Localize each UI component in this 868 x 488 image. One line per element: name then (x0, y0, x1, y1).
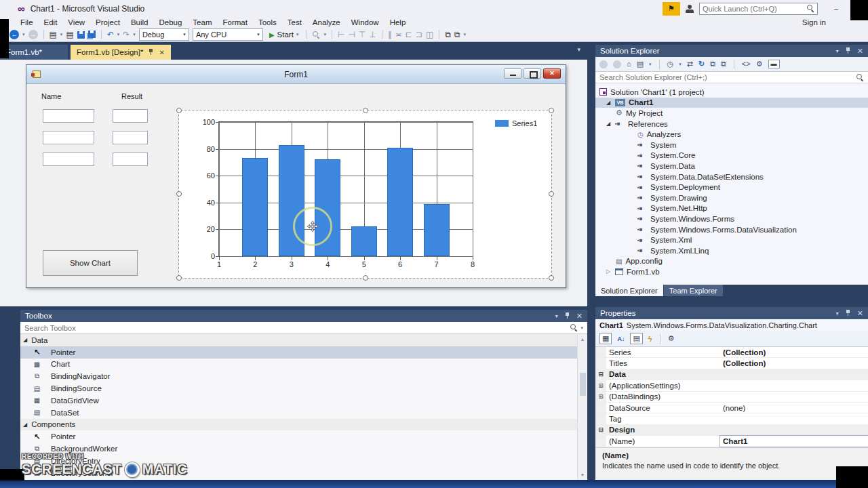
minimize-button[interactable] (827, 3, 845, 15)
horizontal-spacing-icon[interactable] (406, 30, 412, 39)
pin-icon[interactable] (148, 49, 154, 56)
name-textbox-2[interactable] (43, 131, 94, 144)
toolbox-header[interactable]: Toolbox ✕ (20, 310, 587, 322)
toolbox-search-input[interactable] (24, 324, 570, 332)
scroll-up-icon[interactable]: ▲ (580, 334, 585, 344)
redo-dropdown[interactable] (133, 32, 136, 37)
pin-icon[interactable] (845, 47, 851, 54)
refresh-icon[interactable] (698, 60, 705, 68)
solution-configuration-combo[interactable]: Debug (139, 28, 189, 41)
feedback-button[interactable] (663, 2, 680, 16)
selection-handle[interactable] (363, 108, 368, 113)
toolbox-item-dataset[interactable]: DataSet (20, 407, 577, 419)
tree-item-solution[interactable]: Solution 'Chart1' (1 project) (595, 87, 868, 98)
menu-build[interactable]: Build (125, 18, 154, 26)
chevron-down-icon[interactable] (580, 325, 583, 331)
pin-icon[interactable] (845, 310, 851, 317)
selection-handle[interactable] (549, 191, 554, 197)
align-tops-icon[interactable] (359, 30, 366, 39)
menu-help[interactable]: Help (384, 18, 412, 26)
result-textbox-2[interactable] (113, 131, 148, 144)
menu-project[interactable]: Project (90, 18, 125, 26)
menu-test[interactable]: Test (282, 18, 307, 26)
expand-box-icon[interactable] (595, 380, 606, 390)
find-icon[interactable] (313, 31, 320, 39)
scrollbar-thumb[interactable] (580, 373, 586, 396)
window-position-icon[interactable] (836, 48, 839, 54)
make-same-width-icon[interactable] (388, 30, 392, 39)
switch-views-icon[interactable] (637, 60, 644, 68)
align-rights-icon[interactable] (348, 30, 355, 39)
properties-view-icon[interactable] (630, 333, 642, 344)
name-textbox-1[interactable] (43, 109, 94, 123)
tree-item-system-core[interactable]: System.Core (595, 150, 868, 161)
sign-in-link[interactable]: Sign in (802, 18, 826, 26)
menu-tools[interactable]: Tools (253, 18, 282, 26)
menu-debug[interactable]: Debug (153, 18, 187, 26)
tree-item-system[interactable]: System (595, 140, 868, 150)
navigate-forward-button[interactable] (28, 30, 38, 39)
toolbox-item-bindingsource[interactable]: BindingSource (20, 382, 577, 394)
make-same-height-icon[interactable] (395, 30, 402, 39)
result-textbox-3[interactable] (113, 152, 148, 166)
collapse-box-icon[interactable] (595, 425, 606, 435)
window-position-icon[interactable] (836, 310, 839, 317)
alphabetical-sort-icon[interactable] (617, 336, 625, 342)
start-debug-button[interactable]: ▶ Start (267, 30, 302, 39)
tab-solution-explorer[interactable]: Solution Explorer (595, 285, 663, 296)
properties-icon[interactable] (756, 60, 763, 68)
back-icon[interactable] (599, 60, 608, 68)
send-to-back-icon[interactable] (454, 30, 460, 39)
tree-item-system-xml-linq[interactable]: System.Xml.Linq (595, 245, 868, 256)
open-file-icon[interactable] (66, 30, 73, 39)
property-category-data[interactable]: Data (595, 369, 868, 380)
properties-object-selector[interactable]: Chart1 System.Windows.Forms.DataVisualiz… (595, 319, 868, 331)
result-textbox-1[interactable] (113, 109, 148, 123)
expand-box-icon[interactable] (595, 392, 606, 402)
property-row-name[interactable]: (Name) Chart1 (595, 436, 868, 447)
tab-form1-code[interactable]: Form1.vb* (0, 45, 68, 60)
collapsed-arrow-icon[interactable] (605, 268, 612, 274)
tree-item-project-chart1[interactable]: Chart1 (595, 98, 868, 108)
property-category-design[interactable]: Design (595, 425, 868, 436)
menu-analyze[interactable]: Analyze (307, 18, 346, 26)
categorized-icon[interactable] (599, 333, 612, 344)
toolbar-options-dropdown[interactable] (463, 32, 466, 37)
undo-dropdown[interactable] (117, 32, 120, 37)
tab-team-explorer[interactable]: Team Explorer (664, 285, 723, 296)
toolbox-item-pointer-2[interactable]: Pointer (20, 430, 577, 443)
expanded-arrow-icon[interactable] (605, 121, 612, 127)
toolbox-item-chart[interactable]: Chart (20, 359, 577, 371)
navigate-back-button[interactable] (9, 30, 19, 39)
tree-item-references[interactable]: References (595, 119, 868, 129)
selection-handle[interactable] (549, 108, 554, 113)
pin-icon[interactable] (564, 312, 570, 319)
expanded-arrow-icon[interactable] (605, 100, 612, 106)
toolbox-scrollbar[interactable]: ▲ ▼ (577, 334, 587, 480)
toolbox-category-data[interactable]: Data (20, 334, 577, 346)
tree-item-system-deployment[interactable]: System.Deployment (595, 182, 868, 192)
show-chart-button[interactable]: Show Chart (43, 250, 138, 276)
undo-icon[interactable] (107, 30, 114, 39)
tree-item-system-data[interactable]: System.Data (595, 161, 868, 171)
property-row-databindings[interactable]: (DataBindings) (595, 392, 868, 403)
selection-handle[interactable] (176, 191, 182, 197)
save-icon[interactable] (77, 31, 85, 39)
new-project-dropdown[interactable] (60, 32, 63, 37)
menu-format[interactable]: Format (217, 18, 252, 26)
selection-handle[interactable] (363, 275, 368, 281)
find-dropdown[interactable] (323, 32, 326, 37)
window-position-icon[interactable] (555, 313, 558, 319)
collapse-all-icon[interactable] (710, 60, 715, 68)
view-code-icon[interactable] (742, 60, 751, 68)
form1-designer-window[interactable]: Form1 Name Result Show Chart (26, 64, 566, 288)
scroll-down-icon[interactable]: ▼ (580, 470, 585, 480)
property-row-series[interactable]: Series (Collection) (595, 347, 868, 358)
tree-item-system-data-datasetextensions[interactable]: System.Data.DataSetExtensions (595, 171, 868, 182)
quick-launch-input[interactable] (703, 5, 807, 13)
property-row-applicationsettings[interactable]: (ApplicationSettings) (595, 380, 868, 391)
solution-explorer-search-input[interactable] (599, 73, 856, 81)
close-icon[interactable]: ✕ (159, 49, 164, 56)
pending-changes-filter-icon[interactable] (667, 60, 674, 68)
name-textbox-3[interactable] (43, 152, 94, 166)
